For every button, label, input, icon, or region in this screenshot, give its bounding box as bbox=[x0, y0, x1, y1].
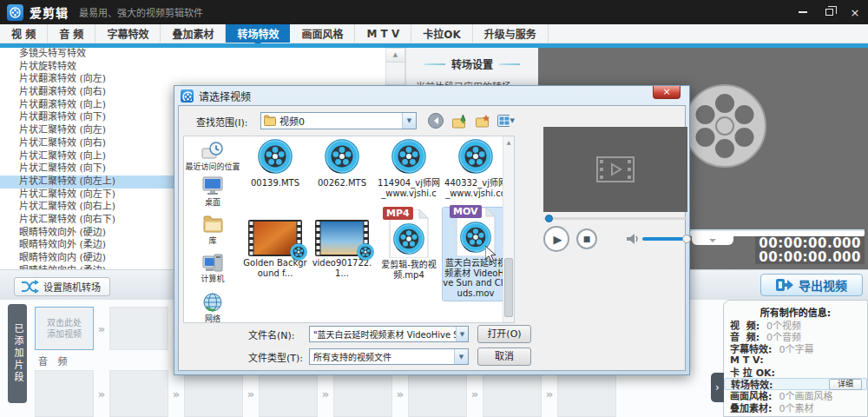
transition-settings-title: 转场设置 bbox=[406, 56, 538, 71]
volume-slider[interactable] bbox=[642, 237, 687, 241]
chevron-right-icon: » bbox=[318, 387, 333, 400]
lookin-label: 查找范围(I): bbox=[196, 115, 248, 129]
audio-slot[interactable] bbox=[259, 370, 318, 417]
file-item[interactable]: 00262.MTS bbox=[309, 139, 375, 189]
restore-icon bbox=[825, 9, 833, 16]
volume-knob[interactable] bbox=[682, 235, 691, 243]
file-item[interactable]: MP4 爱剪辑-我的视频.mp4 bbox=[376, 209, 442, 280]
video-reel-icon bbox=[458, 139, 493, 174]
audio-slot[interactable] bbox=[184, 370, 243, 417]
tab-overlay-material[interactable]: 叠加素材 bbox=[161, 24, 226, 43]
file-item[interactable]: Golden Background f... bbox=[242, 220, 308, 278]
tab-picture-style[interactable]: 画面风格 bbox=[290, 24, 355, 43]
dropdown-arrow-icon[interactable]: ▼ bbox=[402, 113, 416, 129]
place-computer[interactable]: 计算机 bbox=[184, 254, 241, 293]
file-item-selected[interactable]: MOV 蓝天白云延时视频素材 VideoHive Sun and Clouds.… bbox=[443, 208, 503, 301]
scrollbar-thumb[interactable] bbox=[504, 258, 513, 317]
app-name: 爱剪辑 bbox=[30, 3, 69, 21]
timecode-display: 00:00:00.000 00:00:00.000 bbox=[755, 236, 865, 264]
stop-button[interactable]: ■ bbox=[576, 228, 597, 249]
minimize-button[interactable] bbox=[790, 0, 816, 24]
open-button[interactable]: 打开(O) bbox=[477, 325, 531, 343]
dropdown-arrow-icon[interactable]: ▼ bbox=[456, 327, 468, 341]
video-reel-icon bbox=[393, 223, 424, 255]
scroll-up-icon[interactable]: ▲ bbox=[503, 136, 514, 148]
tab-mtv[interactable]: M T V bbox=[355, 24, 411, 43]
cancel-button[interactable]: 取消 bbox=[477, 348, 531, 366]
recent-places-icon bbox=[201, 142, 224, 160]
place-libraries[interactable]: 库 bbox=[184, 215, 241, 254]
export-video-button[interactable]: 导出视频 bbox=[760, 274, 863, 296]
file-item[interactable]: video901722.1... bbox=[309, 220, 375, 278]
file-item[interactable]: 00139.MTS bbox=[242, 139, 308, 189]
place-desktop[interactable]: 桌面 bbox=[184, 175, 241, 215]
restore-button[interactable] bbox=[816, 0, 842, 24]
file-list-scrollbar[interactable]: ▲ bbox=[503, 136, 514, 322]
panel-expand-button[interactable]: › bbox=[711, 373, 724, 402]
production-info-panel: 所有制作的信息: 视 频:0个视频 音 频:0个音频 字幕特效:0个字幕 M T… bbox=[723, 300, 868, 417]
filetype-combobox[interactable]: 所有支持的视频文件 ▼ bbox=[309, 348, 469, 365]
audio-track-label: 音 频 bbox=[38, 354, 71, 367]
audio-slot[interactable] bbox=[408, 370, 467, 417]
audio-slot[interactable] bbox=[333, 370, 392, 417]
video-reel-icon bbox=[325, 139, 359, 174]
tab-upgrade[interactable]: 升级与服务 bbox=[473, 24, 549, 43]
file-item[interactable]: 114904_vj师网_www.vjshi.co... bbox=[376, 139, 442, 199]
filename-combobox[interactable]: "蓝天白云延时视频素材 VideoHive Sun a ▼ bbox=[309, 326, 469, 342]
chevron-right-icon: » bbox=[542, 387, 557, 400]
scrub-collapse-tab[interactable] bbox=[692, 236, 733, 245]
effects-list-scrollbar[interactable]: ▲ bbox=[385, 48, 405, 85]
lookin-combobox[interactable]: 视频0 ▼ bbox=[260, 112, 417, 129]
audio-slot[interactable] bbox=[35, 370, 94, 417]
random-transition-button[interactable]: 设置随机转场 bbox=[14, 277, 110, 296]
places-bar: 最近访问的位置 桌面 库 计算机 网络 bbox=[184, 136, 241, 322]
seek-bar[interactable] bbox=[543, 217, 687, 220]
film-reel-graphic bbox=[681, 83, 768, 169]
shuffle-icon bbox=[21, 280, 39, 294]
list-item[interactable]: 片状翻滚特效 (向左) bbox=[0, 73, 385, 86]
tab-transition-effects[interactable]: 转场特效 bbox=[226, 24, 290, 43]
list-item[interactable]: 多镜头特写特效 bbox=[0, 48, 385, 61]
dialog-title: 请选择视频 bbox=[199, 89, 251, 103]
timecode-total: 00:00:00.000 bbox=[755, 250, 865, 264]
video-slot[interactable] bbox=[109, 307, 168, 350]
tab-karaoke[interactable]: 卡拉OK bbox=[411, 24, 473, 43]
tab-audio[interactable]: 音 频 bbox=[48, 24, 95, 43]
filetype-row: 文件类型(T): 所有支持的视频文件 ▼ 取消 bbox=[179, 348, 685, 365]
place-recent[interactable]: 最近访问的位置 bbox=[184, 136, 241, 175]
info-row-subtitle: 字幕特效:0个字幕 bbox=[724, 342, 867, 354]
export-icon bbox=[776, 277, 793, 293]
filetype-label: 文件类型(T): bbox=[248, 350, 303, 364]
dropdown-arrow-icon[interactable]: ▼ bbox=[454, 349, 468, 364]
chevron-right-icon: » bbox=[168, 387, 184, 400]
back-button[interactable] bbox=[427, 112, 444, 129]
dialog-close-button[interactable]: × bbox=[653, 86, 681, 99]
added-clips-tab[interactable]: 已添加片段 bbox=[8, 304, 27, 403]
add-video-slot[interactable]: 双击此处添加视频 bbox=[35, 307, 94, 350]
app-tagline: 最易用、强大的视频剪辑软件 bbox=[79, 5, 203, 19]
scroll-up-icon[interactable]: ▲ bbox=[386, 49, 404, 63]
tab-subtitle-effects[interactable]: 字幕特效 bbox=[95, 24, 161, 43]
new-folder-button[interactable] bbox=[474, 112, 491, 129]
audio-slot[interactable] bbox=[557, 370, 616, 417]
audio-slot[interactable] bbox=[109, 370, 168, 417]
detail-button[interactable]: 详细 bbox=[829, 379, 862, 390]
file-item[interactable]: 440332_vj师网_www.vjshi.com... bbox=[443, 139, 503, 199]
close-button[interactable]: × bbox=[842, 0, 868, 24]
caret-down-icon bbox=[709, 239, 716, 246]
video-reel-icon bbox=[391, 139, 426, 174]
video-thumbnail bbox=[248, 220, 302, 256]
up-one-level-button[interactable] bbox=[450, 112, 468, 129]
play-button[interactable]: ▶ bbox=[543, 226, 569, 252]
preview-video-area bbox=[543, 127, 687, 212]
video-thumbnail bbox=[315, 220, 369, 256]
seek-knob[interactable] bbox=[545, 215, 553, 222]
dialog-titlebar[interactable]: 请选择视频 × bbox=[174, 86, 689, 105]
mov-badge: MOV bbox=[450, 205, 482, 218]
filename-label: 文件名(N): bbox=[248, 328, 295, 341]
list-item[interactable]: 片状旋转特效 bbox=[0, 61, 385, 74]
audio-slot[interactable] bbox=[483, 370, 542, 417]
view-menu-button[interactable]: ▼ bbox=[497, 112, 515, 129]
main-tabbar: 视 频 音 频 字幕特效 叠加素材 转场特效 画面风格 M T V 卡拉OK 升… bbox=[0, 24, 868, 43]
tab-video[interactable]: 视 频 bbox=[0, 24, 48, 43]
